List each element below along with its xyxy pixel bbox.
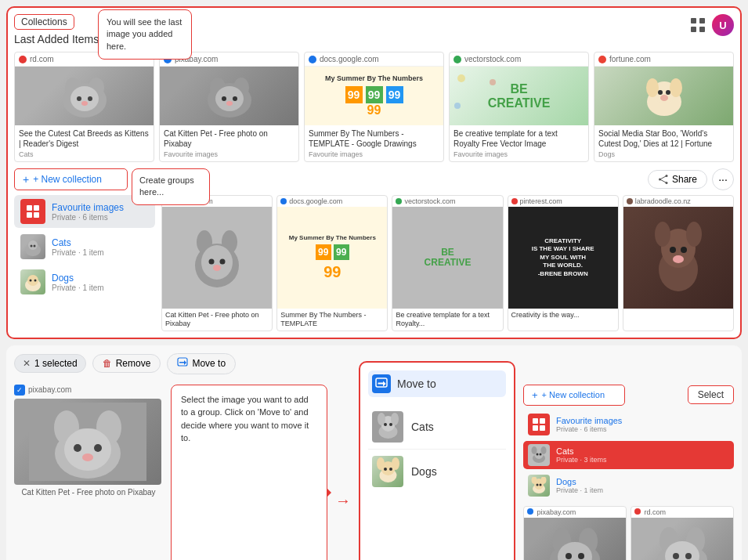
bottom-thumb-dogs (528, 475, 550, 497)
svg-point-51 (213, 265, 221, 271)
bottom-select-button[interactable]: Select (688, 385, 734, 404)
image-category-4: Favourite images (450, 150, 588, 161)
selected-item-panel: ✓ pixabay.com Cat Kitten Pet - Free phot… (14, 385, 163, 560)
bottom-coll-info-dogs: Dogs Private · 1 item (556, 477, 603, 494)
svg-point-14 (215, 86, 244, 111)
image-title-2: Cat Kitten Pet - Free photo on Pixabay (160, 125, 298, 150)
bottom-new-collection-button[interactable]: + + New collection (523, 385, 625, 406)
small-image-grid: pixabay.com Cat Kitten Pet - Free photo … (161, 195, 734, 331)
svg-point-57 (681, 247, 687, 253)
small-card-4[interactable]: pinterest.com CREATIVITYIS THE WAY I SHA… (508, 195, 619, 331)
source-bar-4: vectorstock.com (450, 52, 588, 67)
svg-rect-31 (34, 212, 39, 218)
svg-line-43 (659, 176, 667, 180)
small-img-3: BECREATIVE (392, 207, 502, 309)
svg-point-50 (220, 259, 226, 265)
svg-point-19 (490, 79, 496, 85)
remove-button[interactable]: 🗑 Remove (92, 354, 161, 373)
svg-rect-29 (34, 205, 39, 211)
small-source-4: pinterest.com (508, 196, 618, 207)
image-title-4: Be creative template for a text Royalty … (450, 125, 588, 150)
svg-point-81 (377, 457, 385, 470)
svg-point-69 (82, 453, 93, 461)
source-bar-3: docs.google.com (305, 52, 443, 67)
collection-thumb-dogs (20, 269, 45, 294)
image-card-4[interactable]: vectorstock.com BECREATIVE Be creative t… (449, 52, 589, 162)
svg-marker-72 (383, 381, 386, 386)
small-card-2[interactable]: docs.google.com My Summer By The Numbers… (276, 195, 388, 331)
svg-point-18 (457, 74, 465, 82)
small-card-5[interactable]: labradoodle.co.nz (623, 195, 734, 331)
avatar[interactable]: U (712, 14, 734, 36)
svg-line-44 (659, 179, 667, 183)
source-bar-5: fortune.com (594, 52, 733, 67)
svg-point-82 (392, 457, 399, 470)
svg-rect-1 (699, 18, 705, 23)
more-options-button[interactable]: ··· (712, 168, 734, 190)
image-card-2[interactable]: pixabay.com Cat Kitten Pet - Free photo … (159, 52, 299, 162)
bottom-image-row: pixabay.com Cat Kitten Pet - Free photo … (523, 506, 734, 560)
x-icon[interactable]: ✕ (23, 358, 31, 369)
bottom-collections-list: Favourite images Private · 6 items Cats … (523, 410, 734, 500)
grid-icon[interactable] (690, 17, 706, 33)
share-icon (658, 174, 669, 185)
svg-rect-85 (533, 418, 538, 424)
move-to-button[interactable]: Move to (167, 353, 236, 374)
small-source-2: docs.google.com (277, 196, 387, 207)
bottom-img-src-1: pixabay.com (524, 507, 626, 518)
selected-image[interactable] (14, 399, 161, 485)
bottom-coll-favourite[interactable]: Favourite images Private · 6 items (523, 410, 734, 439)
image-card-1[interactable]: rd.com See the Cutest Cat Breeds as Kitt… (14, 52, 154, 162)
instruction-bubble: Select the image you want to add to a gr… (171, 385, 327, 560)
svg-point-23 (646, 78, 659, 97)
svg-point-100 (540, 483, 542, 486)
small-title-1: Cat Kitten Pet - Free photo on Pixabay (162, 309, 272, 331)
share-button[interactable]: Share (648, 170, 707, 189)
svg-point-35 (34, 245, 36, 247)
svg-point-91 (532, 446, 537, 454)
svg-point-15 (222, 96, 226, 101)
bottom-right-img-1 (524, 518, 626, 560)
moveto-dogs-item[interactable]: Dogs (368, 450, 506, 493)
image-5 (594, 67, 733, 125)
bottom-toolbar: ✕ 1 selected 🗑 Remove Move to (14, 353, 236, 374)
svg-point-106 (578, 553, 584, 559)
image-category-2: Favourite images (160, 150, 298, 161)
svg-point-92 (541, 446, 547, 454)
svg-point-58 (673, 255, 684, 263)
svg-point-17 (226, 101, 233, 106)
image-4: BECREATIVE (450, 67, 588, 125)
bottom-coll-cats[interactable]: Cats Private · 3 items (523, 441, 734, 469)
small-img-2: My Summer By The Numbers 99 99 99 (277, 207, 387, 309)
svg-point-54 (655, 222, 670, 247)
svg-point-48 (201, 245, 233, 280)
small-source-3: vectorstock.com (392, 196, 502, 207)
bottom-img-card-1[interactable]: pixabay.com Cat Kitten Pet - Free photo … (523, 506, 627, 560)
bottom-right-header: + + New collection Select (523, 385, 734, 406)
small-title-3: Be creative template for a text Royalty.… (392, 309, 502, 331)
image-card-5[interactable]: fortune.com Social Media Star Boo, 'Worl… (594, 52, 734, 162)
small-card-3[interactable]: vectorstock.com BECREATIVE Be creative t… (392, 195, 503, 331)
collection-item-cats[interactable]: Cats Private · 1 item (14, 230, 155, 263)
bottom-thumb-favourite (528, 414, 550, 435)
small-card-1[interactable]: pixabay.com Cat Kitten Pet - Free photo … (161, 195, 273, 331)
small-title-4: Creativity is the way... (508, 309, 618, 322)
svg-marker-61 (184, 360, 186, 365)
svg-point-39 (34, 280, 37, 282)
collection-item-dogs[interactable]: Dogs Private · 1 item (14, 266, 155, 298)
bottom-img-card-2[interactable]: rd.com See the Cutest Cat Breeds as Kitt… (631, 506, 734, 560)
svg-point-66 (64, 428, 111, 471)
collection-info-favourite: Favourite images Private · 6 items (52, 202, 124, 222)
svg-point-111 (673, 553, 679, 559)
moveto-header-icon (372, 374, 391, 393)
selected-source-bar: ✓ pixabay.com (14, 385, 163, 396)
moveto-cats-thumb (372, 411, 403, 443)
bottom-coll-info-favourite: Favourite images Private · 6 items (556, 416, 622, 433)
svg-point-56 (670, 247, 676, 253)
moveto-cats-item[interactable]: Cats (368, 405, 506, 450)
top-image-grid: rd.com See the Cutest Cat Breeds as Kitt… (14, 52, 734, 162)
checkbox-checked[interactable]: ✓ (14, 385, 25, 396)
new-collection-button[interactable]: + + New collection (14, 168, 128, 190)
bottom-coll-dogs[interactable]: Dogs Private · 1 item (523, 471, 734, 500)
image-card-3[interactable]: docs.google.com My Summer By The Numbers… (304, 52, 444, 162)
